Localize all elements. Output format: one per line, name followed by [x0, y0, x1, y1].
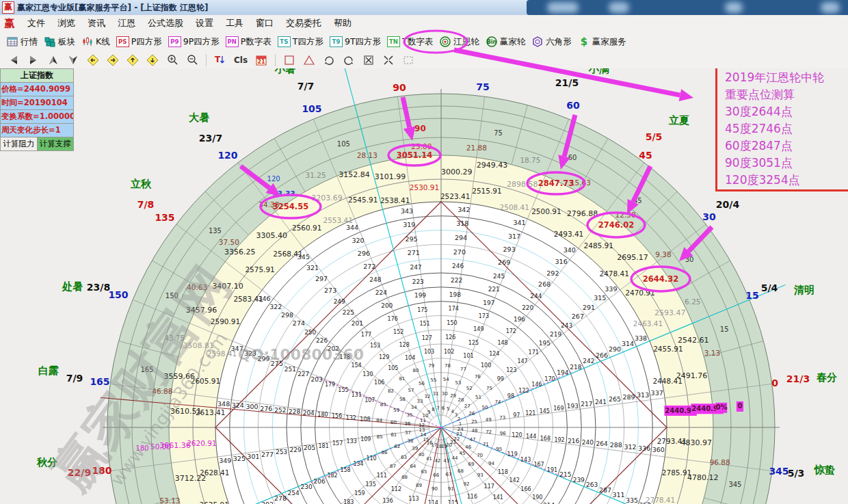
draw-tool-dia-left[interactable]	[87, 53, 99, 67]
svg-text:122: 122	[518, 388, 529, 394]
toolbar-button-赢家服务[interactable]: $赢家服务	[578, 36, 626, 48]
svg-text:199: 199	[414, 292, 426, 299]
menu-item-1[interactable]: 浏览	[51, 17, 81, 29]
draw-tool-cls[interactable]: Cls	[234, 53, 248, 67]
svg-text:344: 344	[346, 224, 358, 231]
menu-item-3[interactable]: 江恩	[111, 17, 142, 29]
svg-text:2949.43: 2949.43	[477, 161, 508, 170]
svg-text:109: 109	[360, 436, 371, 442]
svg-text:2542.61: 2542.61	[678, 336, 709, 345]
toolbar-button-T数字表[interactable]: TNT数字表	[387, 36, 433, 48]
draw-tool-zoom-in[interactable]	[166, 53, 178, 67]
toolbar-label: K线	[96, 36, 110, 48]
svg-text:244: 244	[530, 293, 542, 300]
draw-tool-box-x[interactable]	[362, 53, 375, 67]
svg-text:7: 7	[436, 406, 439, 411]
svg-text:82: 82	[388, 388, 394, 394]
main-toolbar: 行情板块K线PSP四方形P99P四方形PNP数字表TST四方形T99T四方形TN…	[0, 31, 848, 53]
draw-tool-dia-right[interactable]	[107, 53, 119, 67]
titlebar-controls-blurred[interactable]	[527, 0, 848, 15]
svg-text:3610.51: 3610.51	[170, 407, 202, 416]
svg-text:241: 241	[595, 399, 607, 406]
svg-text:15: 15	[720, 326, 729, 333]
annotation-line-2: 30度2644点	[725, 103, 848, 120]
draw-tool-rotate-ccw[interactable]	[343, 53, 355, 67]
menu-item-6[interactable]: 工具	[220, 17, 250, 29]
draw-tool-tri-down[interactable]	[67, 53, 79, 67]
svg-text:45: 45	[633, 197, 642, 204]
svg-text:144: 144	[526, 434, 536, 440]
svg-text:317: 317	[508, 233, 520, 240]
draw-tool-tri-right[interactable]	[27, 53, 40, 67]
svg-text:180: 180	[136, 445, 149, 452]
draw-tool-tri-left[interactable]	[8, 53, 20, 67]
toolbar-button-P数字表[interactable]: PNP数字表	[226, 36, 271, 48]
rim-label: 立夏	[668, 114, 689, 127]
draw-tool-zoom-out[interactable]	[186, 53, 198, 67]
dollar-icon-icon: $	[578, 36, 590, 48]
svg-text:31: 31	[433, 391, 439, 397]
draw-tool-marquee[interactable]	[402, 53, 414, 67]
highlighted-value: 3051.14	[397, 150, 432, 160]
highlighted-value: 2847.73	[538, 178, 574, 188]
panel-button-0[interactable]: 计算阻力	[1, 137, 38, 150]
svg-text:171: 171	[529, 349, 539, 356]
svg-text:8: 8	[432, 407, 434, 412]
menu-item-2[interactable]: 资讯	[81, 17, 111, 29]
toolbar-button-9T四方形[interactable]: T99T四方形	[330, 36, 381, 48]
svg-text:178: 178	[340, 354, 350, 360]
svg-text:2605.91: 2605.91	[191, 377, 220, 385]
draw-tool-dia-up[interactable]	[127, 53, 139, 67]
svg-text:2590.91: 2590.91	[211, 317, 240, 326]
svg-text:222: 222	[451, 277, 462, 284]
svg-text:98: 98	[507, 393, 514, 399]
panel-button-1[interactable]: 计算支撑	[38, 137, 74, 150]
svg-text:179: 179	[325, 382, 335, 388]
draw-tool-calendar[interactable]: 21	[255, 53, 267, 67]
svg-text:133: 133	[347, 438, 357, 445]
tri-down-icon	[67, 54, 79, 66]
rim-label: 7/9	[66, 373, 83, 384]
toolbar-button-六角形[interactable]: 六角形	[531, 36, 572, 48]
draw-tool-tri-up[interactable]	[47, 53, 59, 67]
annotation-line-5: 90度3051点	[725, 155, 848, 172]
draw-tool-rotate-cw[interactable]	[323, 53, 335, 67]
svg-text:18.75: 18.75	[520, 156, 540, 164]
rim-label: 7/8	[137, 199, 155, 210]
svg-text:99: 99	[497, 376, 504, 382]
draw-tool-square-outline[interactable]	[283, 53, 295, 67]
svg-text:2508.41: 2508.41	[500, 203, 529, 211]
panel-row-3: 周天变化步长=1	[1, 124, 73, 137]
draw-tool-dia-down[interactable]	[146, 53, 159, 67]
menu-item-9[interactable]: 帮助	[328, 17, 358, 29]
toolbar-button-江恩轮[interactable]: 江恩轮	[439, 36, 479, 48]
toolbar-button-9P四方形[interactable]: P99P四方形	[168, 36, 220, 48]
svg-text:71: 71	[483, 442, 489, 447]
draw-tool-triangle-outline[interactable]	[303, 53, 315, 67]
svg-text:248: 248	[369, 276, 381, 283]
toolbar-button-K线[interactable]: K线	[81, 36, 110, 48]
svg-text:91: 91	[448, 486, 454, 492]
svg-text:224: 224	[375, 289, 387, 296]
menu-item-7[interactable]: 窗口	[250, 17, 280, 29]
svg-text:153: 153	[370, 343, 380, 349]
toolbar-button-板块[interactable]: 板块	[44, 36, 75, 48]
svg-text:117: 117	[484, 483, 494, 490]
highlighted-value: 2746.02	[598, 220, 634, 230]
menu-item-5[interactable]: 设置	[189, 17, 220, 29]
rim-label: 45	[639, 150, 652, 161]
menu-item-0[interactable]: 文件	[21, 17, 51, 29]
svg-text:204: 204	[303, 410, 315, 416]
menu-item-8[interactable]: 交易委托	[280, 17, 328, 29]
toolbar-button-T四方形[interactable]: TST四方形	[278, 36, 323, 48]
toolbar-button-行情[interactable]: 行情	[6, 36, 38, 48]
svg-text:270: 270	[453, 248, 466, 256]
svg-text:2523.41: 2523.41	[440, 192, 470, 200]
svg-text:275: 275	[271, 360, 283, 367]
menu-item-4[interactable]: 公式选股	[142, 17, 189, 29]
toolbar-button-赢家轮[interactable]: Bin赢家轮	[486, 36, 526, 48]
svg-text:62: 62	[395, 444, 401, 449]
draw-tool-shrink-icon[interactable]	[382, 53, 395, 67]
toolbar-button-P四方形[interactable]: PSP四方形	[116, 36, 162, 48]
draw-tool-t-arrow[interactable]: T	[214, 53, 226, 67]
